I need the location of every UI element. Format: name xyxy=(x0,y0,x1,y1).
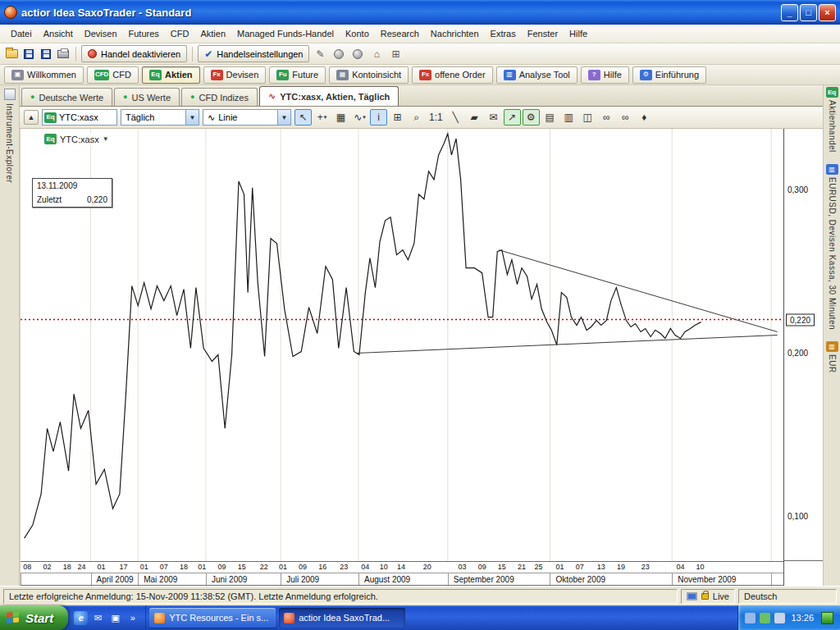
dock-aktienhandel[interactable]: EqAktienhandel xyxy=(826,87,838,153)
volume-icon[interactable] xyxy=(774,613,785,623)
workspace-devisen[interactable]: FxDevisen xyxy=(203,66,267,84)
workspace-future[interactable]: FuFuture xyxy=(269,66,326,84)
workspace-kontoinsicht[interactable]: ▦Kontoinsicht xyxy=(329,66,409,84)
status-dot-icon: ● xyxy=(190,94,194,101)
link-group-1[interactable]: ∞ xyxy=(598,109,615,126)
tab-ytc-xasx-aktien-täglich[interactable]: ∿YTC:xasx, Aktien, Täglich xyxy=(259,86,399,106)
export-mail[interactable]: ✉ xyxy=(485,109,502,126)
dock-eur[interactable]: ▥EUR xyxy=(826,341,838,373)
menu-fenster[interactable]: Fenster xyxy=(522,26,564,41)
monitor-icon xyxy=(687,592,697,600)
trade-disable-button[interactable]: Handel deaktivieren xyxy=(81,45,187,62)
alerts-bell[interactable]: ♦ xyxy=(636,109,653,126)
mode-label: Live xyxy=(713,591,729,601)
collapse-toolbar-button[interactable]: ▲ xyxy=(24,110,39,125)
symbol-field[interactable]: Eq xyxy=(42,109,117,126)
chevron-right-icon[interactable]: » xyxy=(126,611,139,625)
trade-settings-button[interactable]: ✔ Handelseinstellungen xyxy=(198,45,309,62)
chart-tool-buttons: ↖+▾▦∿▾i⊞⌕1:1╲▰✉↗⚙▤▥◫∞∞♦ xyxy=(294,109,653,126)
x-axis-month-cell: April 2009 xyxy=(91,573,139,585)
print-icon[interactable] xyxy=(56,47,71,61)
instrument-explorer-tab[interactable]: Instrument-Explorer xyxy=(5,103,14,183)
zoom-tool[interactable]: ⌕ xyxy=(408,109,425,126)
workspace-offene-order[interactable]: Fxoffene Order xyxy=(412,66,493,84)
style-dropdown[interactable]: ∿ Linie ▼ xyxy=(203,109,291,126)
taskbar-item-saxotrader[interactable]: actior Idea SaxoTrad... xyxy=(279,608,405,628)
detach-window[interactable]: ⊞ xyxy=(389,109,406,126)
menu-managed-funds-handel[interactable]: Managed Funds-Handel xyxy=(231,26,340,41)
save-icon[interactable] xyxy=(21,47,36,61)
menu-devisen[interactable]: Devisen xyxy=(79,26,123,41)
menu-datei[interactable]: Datei xyxy=(5,26,38,41)
menu-extras[interactable]: Extras xyxy=(485,26,522,41)
alerts-bell-icon: ♦ xyxy=(641,112,646,123)
record-icon[interactable] xyxy=(331,46,347,62)
trendline-tool[interactable]: ╲ xyxy=(447,109,464,126)
menu-cfd[interactable]: CFD xyxy=(165,26,195,41)
period-dropdown[interactable]: Täglich ▼ xyxy=(121,109,199,126)
price-chart[interactable]: Eq YTC:xasx ▼ 13.11.2009 Zuletzt 0,220 xyxy=(21,129,783,561)
layout-grid[interactable]: ◫ xyxy=(579,109,596,126)
eraser-tool[interactable]: ▰ xyxy=(466,109,483,126)
menu-nachrichten[interactable]: Nachrichten xyxy=(425,26,485,41)
fx-icon: Fx xyxy=(211,70,223,80)
save-all-icon[interactable] xyxy=(39,47,53,61)
desktop-icon[interactable]: ▣ xyxy=(108,611,122,625)
one-to-one[interactable]: 1:1 xyxy=(427,109,445,126)
menu-ansicht[interactable]: Ansicht xyxy=(38,26,79,41)
symbol-input[interactable] xyxy=(59,112,115,122)
workspace-einführung[interactable]: ⚙Einführung xyxy=(632,66,706,84)
menu-hilfe[interactable]: Hilfe xyxy=(564,26,593,41)
maximize-button[interactable]: □ xyxy=(800,4,817,21)
menu-aktien[interactable]: Aktien xyxy=(194,26,231,41)
pointer-tool[interactable]: ↖ xyxy=(294,109,312,126)
shield-icon[interactable] xyxy=(760,613,770,623)
workspace-cfd[interactable]: CFDCFD xyxy=(87,66,139,84)
start-button[interactable]: Start xyxy=(0,605,68,630)
link-group-1-icon: ∞ xyxy=(603,112,610,123)
tray-app-icon[interactable] xyxy=(821,612,833,624)
open-workspace-icon[interactable] xyxy=(4,47,19,61)
workspace-analyse-tool[interactable]: ▥Analyse Tool xyxy=(496,66,578,84)
x-axis-days: 0802182401170107180109152201091623041014… xyxy=(21,561,783,573)
expand-chart[interactable]: ↗ xyxy=(504,109,521,126)
dock-eurusd-devisen-kassa-30-minuten[interactable]: ▥EURUSD, Devisen Kassa, 30 Minuten xyxy=(826,164,838,330)
minimize-button[interactable]: _ xyxy=(781,4,798,21)
tab-cfd-indizes[interactable]: ●CFD Indizes xyxy=(181,88,258,106)
menu-research[interactable]: Research xyxy=(375,26,425,41)
export-grid-icon[interactable]: ⊞ xyxy=(387,46,404,62)
globe-icon[interactable] xyxy=(349,46,366,62)
workspace-aktien[interactable]: EqAktien xyxy=(142,66,200,84)
price-axis[interactable]: 0,3000,2200,2000,100 xyxy=(783,129,823,586)
info-tool[interactable]: i xyxy=(370,109,387,126)
toolbar-separator xyxy=(75,47,76,62)
menu-konto[interactable]: Konto xyxy=(340,26,375,41)
tab-us-werte[interactable]: ●US Werte xyxy=(114,88,180,106)
taskbar-item-browser[interactable]: YTC Resources - Ein s... xyxy=(149,608,276,628)
menu-futures[interactable]: Futures xyxy=(123,26,165,41)
close-button[interactable]: × xyxy=(819,4,836,21)
x-axis-day-tick: 01 xyxy=(198,563,206,571)
network-icon[interactable] xyxy=(745,613,756,623)
x-axis-month-cell: Oktober 2009 xyxy=(550,573,672,585)
indicator-menu[interactable]: ∿▾ xyxy=(351,109,368,126)
layout-single[interactable]: ▤ xyxy=(541,109,559,126)
chart-legend[interactable]: Eq YTC:xasx ▼ xyxy=(42,133,112,145)
grid-toggle[interactable]: ▦ xyxy=(332,109,349,126)
edit-confirm-icon[interactable]: ✎ xyxy=(312,46,328,62)
layout-split[interactable]: ▥ xyxy=(560,109,578,126)
crosshair-tool[interactable]: +▾ xyxy=(313,109,331,126)
link-group-2[interactable]: ∞ xyxy=(617,109,634,126)
tab-deutsche-werte[interactable]: ●Deutsche Werte xyxy=(21,88,112,106)
chart-settings[interactable]: ⚙ xyxy=(523,109,540,126)
mail-icon[interactable]: ✉ xyxy=(91,611,105,625)
info-icon: i xyxy=(377,112,380,123)
workspace-willkommen[interactable]: ▣Willkommen xyxy=(4,66,84,84)
home-icon[interactable]: ⌂ xyxy=(368,46,385,62)
workspace-hilfe[interactable]: ?Hilfe xyxy=(581,66,629,84)
internet-explorer-icon[interactable]: e xyxy=(74,611,88,625)
title-bar: actior Idea SaxoTrader - Standard _ □ × xyxy=(0,0,840,25)
status-message: Letzte erfolgreiche Anmeldung: 15-Nov-20… xyxy=(3,589,678,604)
x-axis-day-tick: 18 xyxy=(63,563,71,571)
workspace-label: Kontoinsicht xyxy=(352,70,401,80)
